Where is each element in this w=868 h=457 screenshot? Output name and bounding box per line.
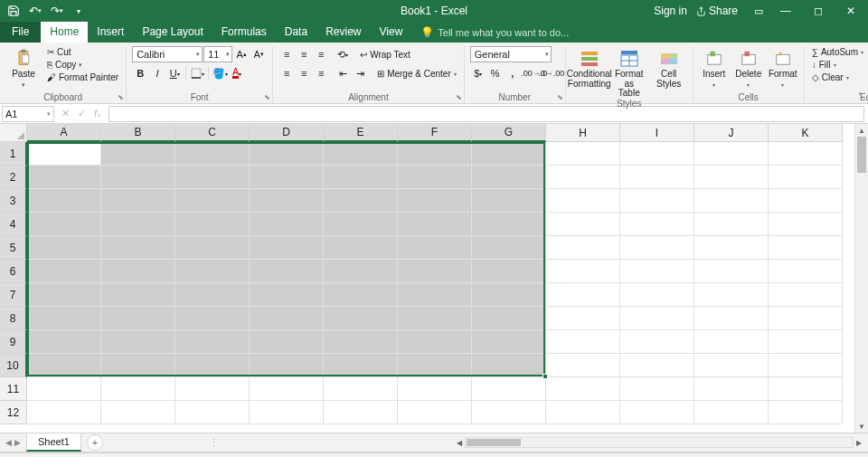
cell-A5[interactable] — [27, 236, 101, 260]
cell-K5[interactable] — [769, 236, 843, 260]
sheet-next-button[interactable]: ▶ — [14, 438, 21, 447]
cell-E12[interactable] — [324, 401, 398, 424]
tab-review[interactable]: Review — [316, 22, 370, 43]
formula-input[interactable] — [108, 106, 864, 122]
cell-D3[interactable] — [250, 189, 324, 213]
close-button[interactable]: ✕ — [835, 1, 866, 21]
cell-K10[interactable] — [769, 354, 843, 377]
bold-button[interactable]: B — [132, 65, 148, 81]
cell-G7[interactable] — [472, 283, 546, 307]
cell-F10[interactable] — [398, 354, 472, 377]
tell-me-search[interactable]: 💡Tell me what you want to do... — [411, 23, 578, 43]
cell-H2[interactable] — [546, 166, 620, 189]
cell-K6[interactable] — [769, 260, 843, 283]
column-header-I[interactable]: I — [620, 124, 694, 142]
cell-J4[interactable] — [694, 213, 769, 236]
cell-K7[interactable] — [769, 283, 843, 307]
row-header-11[interactable]: 11 — [0, 377, 27, 401]
cell-K4[interactable] — [769, 213, 843, 236]
cell-C3[interactable] — [175, 189, 250, 213]
cell-E1[interactable] — [324, 142, 398, 166]
cell-I12[interactable] — [620, 401, 694, 424]
tab-data[interactable]: Data — [276, 22, 316, 43]
cell-H11[interactable] — [546, 377, 620, 401]
column-header-H[interactable]: H — [546, 124, 620, 142]
cell-B2[interactable] — [101, 166, 175, 189]
cell-A11[interactable] — [27, 377, 101, 401]
column-header-D[interactable]: D — [250, 124, 324, 142]
tab-file[interactable]: File — [0, 22, 41, 43]
cell-K9[interactable] — [769, 330, 843, 354]
cell-G12[interactable] — [472, 401, 546, 424]
cell-E5[interactable] — [324, 236, 398, 260]
cell-H7[interactable] — [546, 283, 620, 307]
cell-D9[interactable] — [250, 330, 324, 354]
alignment-launcher[interactable]: ⬊ — [456, 93, 462, 101]
scroll-up-button[interactable]: ▲ — [855, 124, 868, 137]
cell-F12[interactable] — [398, 401, 472, 424]
cell-G6[interactable] — [472, 260, 546, 283]
font-color-button[interactable]: A▾ — [229, 65, 245, 81]
cell-G4[interactable] — [472, 213, 546, 236]
cell-I9[interactable] — [620, 330, 694, 354]
cell-A4[interactable] — [27, 213, 101, 236]
fill-color-button[interactable]: 🪣▾ — [212, 65, 228, 81]
signin-link[interactable]: Sign in — [654, 5, 687, 17]
cell-B1[interactable] — [101, 142, 175, 166]
sheet-tab-sheet1[interactable]: Sheet1 — [26, 433, 81, 452]
fill-button[interactable]: ↓Fill▾ — [810, 59, 865, 71]
row-header-9[interactable]: 9 — [0, 330, 27, 354]
cell-E2[interactable] — [324, 166, 398, 189]
clear-button[interactable]: ◇Clear▾ — [810, 71, 865, 83]
cell-A3[interactable] — [27, 189, 101, 213]
accounting-format-button[interactable]: $▾ — [470, 65, 486, 81]
cell-I10[interactable] — [620, 354, 694, 377]
cell-C1[interactable] — [175, 142, 250, 166]
increase-font-button[interactable]: A▴ — [233, 46, 250, 62]
cell-G1[interactable] — [472, 142, 546, 166]
cell-F3[interactable] — [398, 189, 472, 213]
delete-cells-button[interactable]: Delete▾ — [733, 46, 764, 88]
row-header-3[interactable]: 3 — [0, 189, 27, 213]
cell-C2[interactable] — [175, 166, 250, 189]
row-header-4[interactable]: 4 — [0, 213, 27, 236]
comma-format-button[interactable]: , — [505, 65, 521, 81]
cell-F6[interactable] — [398, 260, 472, 283]
decrease-font-button[interactable]: A▾ — [250, 46, 267, 62]
cell-B4[interactable] — [101, 213, 175, 236]
number-launcher[interactable]: ⬊ — [557, 93, 563, 101]
align-bottom-button[interactable]: ≡ — [313, 46, 329, 62]
hscroll-left-button[interactable]: ◀ — [454, 439, 465, 447]
cell-B7[interactable] — [101, 283, 175, 307]
ribbon-display-options[interactable]: ▭ — [749, 1, 769, 21]
copy-button[interactable]: ⎘Copy▾ — [45, 59, 120, 71]
cell-A8[interactable] — [27, 307, 101, 330]
cell-J11[interactable] — [694, 377, 769, 401]
cell-I3[interactable] — [620, 189, 694, 213]
cell-D11[interactable] — [250, 377, 324, 401]
column-header-C[interactable]: C — [175, 124, 250, 142]
cell-K2[interactable] — [769, 166, 843, 189]
cell-D6[interactable] — [250, 260, 324, 283]
enter-formula-button[interactable]: ✓ — [74, 108, 89, 119]
align-middle-button[interactable]: ≡ — [296, 46, 312, 62]
cell-K12[interactable] — [769, 401, 843, 424]
cell-I5[interactable] — [620, 236, 694, 260]
cell-F4[interactable] — [398, 213, 472, 236]
cell-A6[interactable] — [27, 260, 101, 283]
collapse-ribbon-button[interactable]: ˄ — [858, 91, 863, 101]
column-header-K[interactable]: K — [769, 124, 843, 142]
insert-cells-button[interactable]: Insert▾ — [699, 46, 730, 88]
cell-D2[interactable] — [250, 166, 324, 189]
cell-C10[interactable] — [175, 354, 250, 377]
cell-B5[interactable] — [101, 236, 175, 260]
cell-D12[interactable] — [250, 401, 324, 424]
cell-C8[interactable] — [175, 307, 250, 330]
cell-G5[interactable] — [472, 236, 546, 260]
share-button[interactable]: Share — [696, 5, 738, 17]
format-cells-button[interactable]: Format▾ — [768, 46, 798, 88]
cut-button[interactable]: ✂Cut — [45, 46, 120, 58]
cell-D5[interactable] — [250, 236, 324, 260]
cell-J1[interactable] — [694, 142, 769, 166]
format-as-table-button[interactable]: Format as Table — [611, 46, 647, 99]
